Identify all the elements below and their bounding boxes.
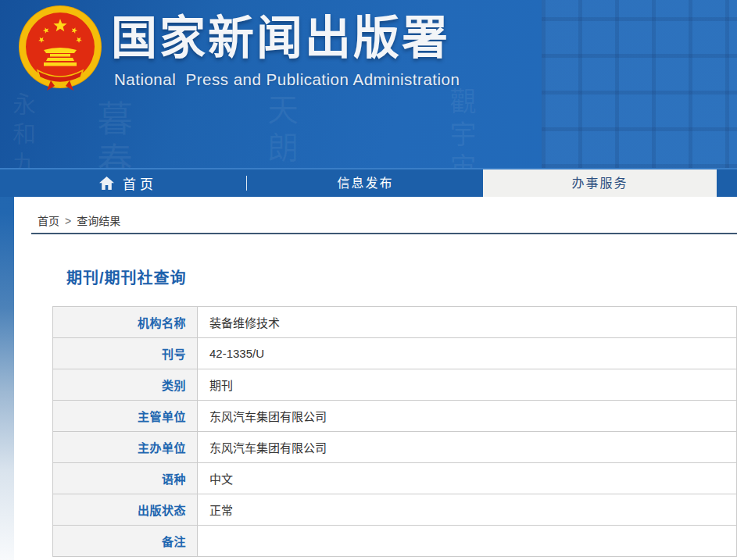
- row-value: 东风汽车集团有限公司: [198, 401, 737, 432]
- home-icon: [99, 177, 114, 190]
- row-value: 期刊: [198, 369, 737, 401]
- table-row: 备注: [53, 526, 737, 557]
- row-label: 出版状态: [53, 494, 198, 526]
- row-label: 主管单位: [53, 401, 198, 432]
- row-value: 装备维修技术: [198, 307, 737, 338]
- nav-divider: [246, 176, 247, 191]
- breadcrumb: 首页>查询结果: [38, 212, 120, 228]
- table-row: 出版状态 正常: [53, 494, 737, 526]
- breadcrumb-home-link[interactable]: 首页: [38, 215, 59, 227]
- row-value: 中文: [198, 463, 737, 494]
- row-label: 刊号: [53, 338, 198, 369]
- row-label: 机构名称: [53, 307, 198, 338]
- content-panel: 首页>查询结果 期刊/期刊社查询 机构名称 装备维修技术 刊号 42-1335/…: [14, 197, 737, 560]
- seal-grid-pattern: [542, 0, 737, 168]
- table-row: 机构名称 装备维修技术: [53, 307, 737, 338]
- main-nav: 首页 信息发布 办事服务: [0, 168, 737, 197]
- row-value: 东风汽车集团有限公司: [198, 432, 737, 463]
- nav-item-services-active-tab[interactable]: 办事服务: [483, 169, 717, 197]
- row-label: 主办单位: [53, 432, 198, 463]
- site-logo-link[interactable]: 国家新闻出版署 National Press and Publication A…: [0, 0, 516, 102]
- row-label: 语种: [53, 463, 198, 494]
- periodical-result-table: 机构名称 装备维修技术 刊号 42-1335/U 类别 期刊 主管单位 东风汽车…: [52, 306, 737, 557]
- row-value: 正常: [198, 494, 737, 526]
- nav-item-home[interactable]: 首页: [99, 169, 157, 197]
- table-row: 类别 期刊: [53, 369, 737, 401]
- breadcrumb-divider-line: [31, 233, 737, 234]
- table-row: 主管单位 东风汽车集团有限公司: [53, 401, 737, 432]
- table-row: 语种 中文: [53, 463, 737, 494]
- row-label: 备注: [53, 526, 198, 557]
- breadcrumb-current: 查询结果: [77, 215, 120, 227]
- breadcrumb-separator: >: [65, 215, 71, 227]
- national-emblem-icon: [17, 5, 103, 95]
- nav-home-label: 首页: [123, 173, 157, 193]
- row-label: 类别: [53, 369, 198, 401]
- site-header: 永和九年歲在 暮春之初會于 天朗氣清惠風 觀宇宙之大滿 国家新闻出版署 Nati…: [0, 0, 737, 168]
- row-value: 42-1335/U: [198, 338, 737, 369]
- site-title: 国家新闻出版署: [111, 8, 517, 69]
- site-subtitle: National Press and Publication Administr…: [114, 70, 460, 89]
- calligraphy-watermark: 天朗氣清惠風: [258, 94, 303, 168]
- nav-item-info-release[interactable]: 信息发布: [313, 169, 418, 197]
- row-value: [198, 526, 737, 557]
- calligraphy-watermark: 永和九年歲在: [5, 92, 39, 168]
- calligraphy-watermark: 暮春之初會于: [86, 100, 138, 168]
- page-title: 期刊/期刊社查询: [66, 266, 187, 288]
- table-row: 主办单位 东风汽车集团有限公司: [53, 432, 737, 463]
- table-row: 刊号 42-1335/U: [53, 338, 737, 369]
